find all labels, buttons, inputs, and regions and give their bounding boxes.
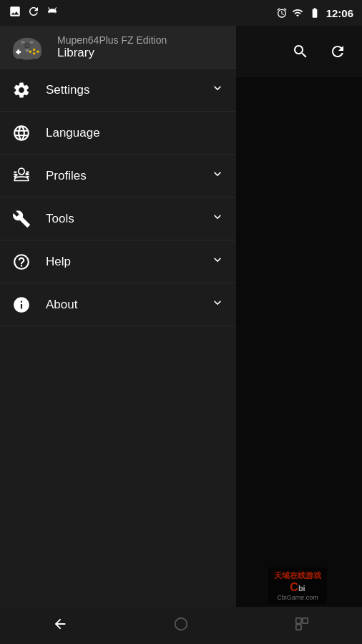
svg-rect-4 bbox=[17, 49, 19, 54]
svg-rect-21 bbox=[295, 618, 300, 623]
screenshot-icon bbox=[9, 5, 21, 21]
sidebar-item-about[interactable]: About bbox=[0, 283, 236, 326]
search-button[interactable] bbox=[285, 36, 316, 67]
about-icon bbox=[11, 295, 31, 315]
help-chevron-icon bbox=[210, 253, 225, 270]
sidebar-item-help[interactable]: Help bbox=[0, 240, 236, 283]
svg-rect-23 bbox=[295, 624, 300, 629]
svg-rect-15 bbox=[14, 173, 16, 175]
profiles-label: Profiles bbox=[46, 169, 196, 183]
svg-point-7 bbox=[33, 52, 36, 55]
sidebar: Mupen64Plus FZ Edition Library Settings … bbox=[0, 26, 236, 644]
app-title: Mupen64Plus FZ Edition bbox=[57, 34, 167, 46]
right-content bbox=[236, 77, 362, 644]
bottom-nav-bar bbox=[0, 607, 362, 644]
sidebar-item-tools[interactable]: Tools bbox=[0, 197, 236, 240]
sidebar-library-label: Library bbox=[57, 46, 167, 60]
svg-point-10 bbox=[26, 44, 29, 47]
language-label: Language bbox=[46, 126, 225, 140]
svg-point-2 bbox=[30, 44, 41, 58]
svg-point-5 bbox=[33, 48, 36, 51]
signal-icon bbox=[292, 7, 303, 19]
controller-logo-icon bbox=[11, 31, 43, 63]
watermark: 天域在线游戏 Cbi CbiGame.com bbox=[233, 564, 362, 607]
svg-point-20 bbox=[175, 618, 187, 630]
watermark-line1: 天域在线游戏 bbox=[274, 570, 321, 581]
svg-rect-14 bbox=[14, 171, 16, 172]
watermark-line2: CbiGame.com bbox=[274, 594, 321, 601]
right-panel bbox=[236, 26, 362, 644]
help-icon bbox=[11, 252, 31, 272]
battery-icon bbox=[308, 7, 322, 19]
svg-rect-12 bbox=[30, 41, 34, 44]
settings-chevron-icon bbox=[210, 81, 225, 99]
main-layout: Mupen64Plus FZ Edition Library Settings … bbox=[0, 26, 362, 644]
sidebar-item-settings[interactable]: Settings bbox=[0, 69, 236, 112]
svg-rect-16 bbox=[14, 176, 16, 177]
clock: 12:06 bbox=[326, 7, 353, 19]
about-chevron-icon bbox=[210, 296, 225, 313]
profiles-chevron-icon bbox=[210, 167, 225, 185]
svg-point-13 bbox=[25, 49, 29, 52]
status-right: 12:06 bbox=[276, 7, 353, 19]
tools-label: Tools bbox=[46, 212, 196, 226]
sidebar-item-profiles[interactable]: Profiles bbox=[0, 155, 236, 197]
tools-icon bbox=[11, 209, 31, 229]
settings-label: Settings bbox=[46, 83, 196, 97]
home-button[interactable] bbox=[159, 610, 203, 641]
svg-point-8 bbox=[29, 50, 32, 53]
status-bar: 12:06 bbox=[0, 0, 362, 26]
android-icon bbox=[46, 5, 59, 21]
sidebar-item-library[interactable]: Mupen64Plus FZ Edition Library bbox=[0, 26, 236, 69]
settings-icon bbox=[11, 80, 31, 100]
status-left-icons bbox=[9, 5, 59, 21]
help-label: Help bbox=[46, 255, 196, 269]
refresh-button[interactable] bbox=[322, 36, 353, 67]
about-label: About bbox=[46, 298, 196, 312]
tools-chevron-icon bbox=[210, 210, 225, 228]
svg-rect-11 bbox=[21, 41, 24, 44]
svg-rect-22 bbox=[303, 618, 308, 623]
sidebar-item-language[interactable]: Language bbox=[0, 112, 236, 155]
app-logo bbox=[11, 31, 43, 63]
alarm-icon bbox=[276, 7, 288, 19]
back-button[interactable] bbox=[38, 610, 82, 641]
svg-point-6 bbox=[36, 50, 39, 53]
svg-rect-19 bbox=[26, 176, 29, 177]
profiles-icon bbox=[11, 166, 31, 186]
svg-rect-18 bbox=[26, 173, 29, 175]
right-toolbar bbox=[236, 26, 362, 77]
language-icon bbox=[11, 123, 31, 143]
recents-button[interactable] bbox=[280, 610, 324, 641]
refresh-icon bbox=[27, 5, 40, 21]
svg-rect-17 bbox=[26, 171, 29, 172]
